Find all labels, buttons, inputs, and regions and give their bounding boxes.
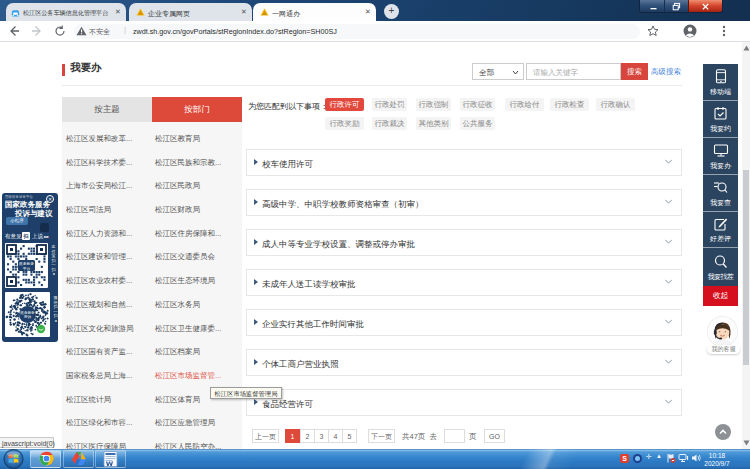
svg-text:投诉: 投诉 [24,314,32,319]
svg-text:政务服务: 政务服务 [19,261,34,266]
svg-text:政务服务: 政务服务 [20,310,35,315]
svg-text:平台: 平台 [23,266,31,271]
